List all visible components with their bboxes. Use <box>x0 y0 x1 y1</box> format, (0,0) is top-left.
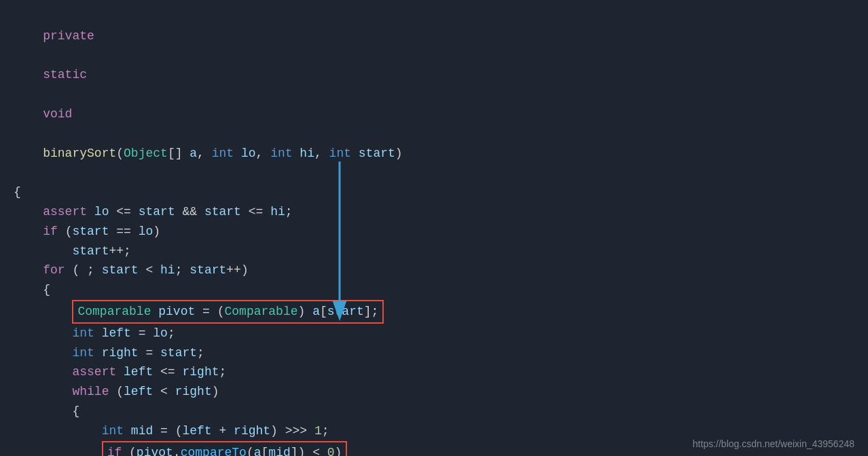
code-container: private static void binarySort(Object[] … <box>0 0 868 456</box>
code-line-3: assert lo <= start && start <= hi; <box>14 202 854 222</box>
code-line-7: { <box>14 280 854 300</box>
kw-private: private <box>43 29 94 43</box>
code-line-4: if (start == lo) <box>14 222 854 242</box>
code-line-8: Comparable pivot = (Comparable) a[start]… <box>14 300 854 324</box>
code-line-5: start++; <box>14 242 854 261</box>
code-line-12: while (left < right) <box>14 382 854 402</box>
watermark: https://blog.csdn.net/weixin_43956248 <box>693 438 854 449</box>
kw-static: static <box>43 68 87 81</box>
fn-binarySort: binarySort <box>43 147 116 160</box>
code-line-6: for ( ; start < hi; start++) <box>14 261 854 280</box>
highlight-box-1: Comparable pivot = (Comparable) a[start]… <box>72 300 384 324</box>
highlight-box-2: if (pivot.compareTo(a[mid]) < 0) <box>102 441 348 456</box>
code-line-9: int left = lo; <box>14 324 854 343</box>
code-line-13: { <box>14 402 854 421</box>
kw-void: void <box>43 107 72 121</box>
code-line-2: { <box>14 183 854 202</box>
code-line-1: private static void binarySort(Object[] … <box>14 7 854 183</box>
code-line-11: assert left <= right; <box>14 362 854 382</box>
code-line-10: int right = start; <box>14 343 854 363</box>
